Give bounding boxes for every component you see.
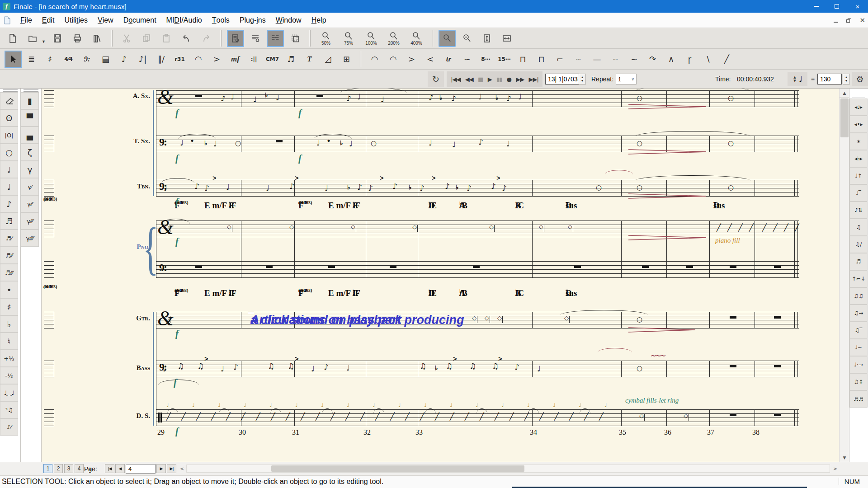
mordent-tool-button[interactable]: ∼ — [459, 51, 476, 68]
horizontal-scroll-left-arrow[interactable]: < — [180, 466, 184, 472]
quindicesima-tool-button[interactable]: 15⋯ — [496, 51, 513, 68]
fit-width-button[interactable] — [498, 30, 515, 47]
beam-extension-tool-button[interactable]: ♫→ — [849, 305, 868, 322]
breve-note-button[interactable]: |O| — [0, 127, 18, 144]
menu-file[interactable]: File — [15, 13, 37, 28]
cut-button[interactable] — [118, 30, 135, 47]
dynamic-forte[interactable]: f — [298, 153, 302, 164]
scroll-up-arrow[interactable]: ▲ — [840, 89, 849, 98]
triple-beam-tool-button[interactable]: ♬♬ — [849, 390, 868, 408]
page-tab-1[interactable]: 1 — [43, 464, 52, 473]
vertical-scrollbar[interactable]: ▲ ▼ — [839, 89, 849, 462]
augmentation-dot-button[interactable]: • — [0, 281, 18, 298]
curved-arrow-tool-button[interactable]: ↷ — [644, 51, 661, 68]
zoom-100-button[interactable]: 100% — [361, 30, 381, 47]
tempo-note-button[interactable]: ▲▼♩ — [788, 72, 807, 86]
menu-document[interactable]: Document — [118, 13, 161, 28]
double-whole-rest-button[interactable]: ▮ — [21, 92, 39, 109]
menu-help[interactable]: Help — [307, 13, 331, 28]
tuplet-definition-button[interactable]: ³♫ — [0, 401, 18, 418]
dot-offset-tool-button[interactable]: ♩·→ — [849, 356, 868, 373]
stem-length-tool-button[interactable]: ♩‾ — [849, 184, 868, 202]
menu-plug-ins[interactable]: Plug-ins — [235, 13, 271, 28]
tempo-input[interactable]: 130 — [817, 74, 842, 84]
playback-annotation[interactable]: Articulations on bass part producinga cl… — [248, 312, 254, 314]
dynamic-forte[interactable]: f — [175, 108, 179, 119]
time-signature-tool-button[interactable]: 4⁄4 — [60, 51, 77, 68]
line-tool-button[interactable]: — — [589, 51, 606, 68]
page-number-input[interactable]: 4 — [126, 464, 156, 474]
double-whole-note-button[interactable]: ʘ — [0, 109, 18, 127]
note-arc-tool-button[interactable]: ♩∽ — [849, 339, 868, 356]
slur-tool-button[interactable]: ◠ — [366, 51, 383, 68]
copy-button[interactable] — [138, 30, 155, 47]
secondary-beam-tool-button[interactable]: ♫↕ — [849, 373, 868, 390]
half-rest-button[interactable]: ▄ — [21, 127, 39, 144]
crescendo-tool-button[interactable]: < — [422, 51, 439, 68]
sixty-fourth-rest-button[interactable]: γ⁄⁄⁄ — [21, 212, 39, 230]
first-page-button[interactable]: |◀ — [105, 464, 114, 473]
maximize-button[interactable] — [826, 0, 847, 13]
zoom-400-button[interactable]: 400% — [406, 30, 426, 47]
page-tab-4[interactable]: 4 — [75, 464, 84, 473]
quarter-rest-button[interactable]: ζ — [21, 144, 39, 161]
loop-playback-button[interactable]: ↻ — [428, 71, 444, 87]
accidental-position-tool-button[interactable]: ◂♭▸ — [849, 150, 868, 167]
repeat-definition-tool-button[interactable]: r31 — [171, 51, 189, 68]
rewind-button[interactable]: ◀◀ — [465, 76, 473, 83]
dashed-slur-tool-button[interactable]: ◠ — [385, 51, 402, 68]
quarter-note-button[interactable]: ♩ — [0, 178, 18, 195]
tempo-spinner[interactable]: ▲▼ — [843, 74, 850, 84]
midi-tool-button[interactable]: ♬ — [283, 51, 300, 68]
dynamic-forte[interactable]: f — [175, 236, 179, 247]
thirty-second-note-button[interactable]: ♬⁄ — [0, 230, 18, 247]
dashed-bracket-tool-button[interactable]: ⊓ — [533, 51, 550, 68]
menu-tools[interactable]: Tools — [207, 13, 235, 28]
score-canvas[interactable]: {&9:9:&9:&9:A. Sx.T. Sx.Tbn.Pno.Gtr.Bass… — [42, 89, 839, 462]
expression-tool-button[interactable]: mf — [227, 51, 244, 68]
zoom-200-button[interactable]: 200% — [384, 30, 404, 47]
articulation-tool-button[interactable]: > — [208, 51, 226, 68]
smart-shape-tool-button[interactable]: ◠ — [190, 51, 207, 68]
dynamic-forte[interactable]: f — [175, 328, 179, 339]
trill-tool-button[interactable]: tr — [440, 51, 458, 68]
angle-tool-button[interactable]: ∧ — [663, 51, 680, 68]
previous-page-button[interactable]: ◀ — [115, 464, 125, 473]
note-shape-tool-button[interactable]: ♪⇅ — [849, 202, 868, 219]
scroll-view-button[interactable] — [247, 30, 264, 47]
libraries-button[interactable] — [89, 30, 106, 47]
zoom-tool-button[interactable] — [439, 30, 456, 47]
last-page-button[interactable]: ▶| — [167, 464, 176, 473]
note-position-tool-button[interactable]: ◂♩▸ — [849, 99, 868, 116]
simple-entry-tool-button[interactable]: ♪ — [116, 51, 133, 68]
end-bracket-tool-button[interactable]: ⌐ — [552, 51, 569, 68]
thirty-second-rest-button[interactable]: γ⁄⁄ — [21, 195, 39, 212]
custom-stem-tool-button[interactable]: ♬ — [849, 253, 868, 270]
playback-settings-gear-icon[interactable]: ⚙ — [852, 72, 868, 86]
cymbal-fills-text[interactable]: cymbal fills-let ring — [625, 397, 679, 404]
beam-break-tool-button[interactable]: ♫ — [849, 219, 868, 236]
zoom-75-button[interactable]: 75% — [339, 30, 359, 47]
vertical-scroll-thumb[interactable] — [840, 99, 849, 137]
curve-tool-button[interactable]: ∽ — [626, 51, 643, 68]
double-beam-tool-button[interactable]: ♫♫ — [849, 287, 868, 305]
stop-button[interactable]: ■ — [478, 76, 483, 83]
repeat-tool-button[interactable]: :|| — [245, 51, 263, 68]
new-document-button[interactable] — [4, 30, 21, 47]
redo-button[interactable] — [198, 30, 215, 47]
ottava-tool-button[interactable]: 8⋯ — [477, 51, 495, 68]
sixteenth-note-button[interactable]: ♬ — [0, 212, 18, 230]
studio-view-button[interactable] — [267, 30, 284, 47]
sharp-button[interactable]: ♯ — [0, 298, 18, 315]
mdi-minimize-button[interactable] — [834, 16, 838, 24]
piano-fill-text[interactable]: piano fill — [715, 237, 740, 244]
dashed-line-tool-button[interactable]: ┄ — [570, 51, 587, 68]
flat-beam-tool-button[interactable]: ♫‾ — [849, 322, 868, 339]
dotted-line-tool-button[interactable]: ┈ — [607, 51, 624, 68]
text-tool-button[interactable]: T — [301, 51, 318, 68]
open-dropdown-caret-icon[interactable]: ▼ — [42, 39, 46, 44]
record-button[interactable]: ● — [507, 76, 511, 83]
eighth-note-button[interactable]: ♪ — [0, 195, 18, 212]
one-twenty-eighth-rest-button[interactable]: γ⁄⁄⁄⁄ — [21, 230, 39, 247]
menu-edit[interactable]: Edit — [37, 13, 60, 28]
